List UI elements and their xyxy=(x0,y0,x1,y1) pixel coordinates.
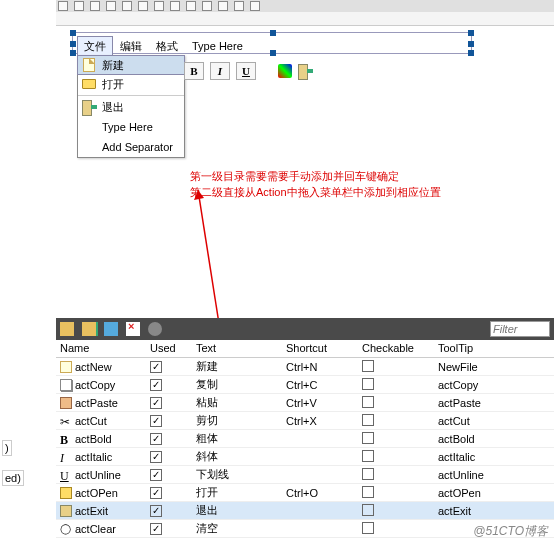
action-tooltip: actExit xyxy=(434,503,554,519)
action-icon xyxy=(60,379,72,391)
action-shortcut: Ctrl+C xyxy=(282,377,358,393)
table-row[interactable]: ✂actCut✓剪切Ctrl+XactCut xyxy=(56,412,554,430)
menu-item-addseparator[interactable]: Add Separator xyxy=(78,137,184,157)
tool-icon[interactable] xyxy=(218,1,228,11)
table-row[interactable]: BactBold✓粗体actBold xyxy=(56,430,554,448)
menu-item-new[interactable]: 新建 xyxy=(77,55,185,75)
table-row[interactable]: IactItalic✓斜体actItalic xyxy=(56,448,554,466)
used-checkbox[interactable]: ✓ xyxy=(150,469,162,481)
menu-typehere[interactable]: Type Here xyxy=(185,37,250,55)
menu-item-exit[interactable]: 退出 xyxy=(78,97,184,117)
used-checkbox[interactable]: ✓ xyxy=(150,505,162,517)
exit-icon xyxy=(82,100,96,114)
tool-icon[interactable] xyxy=(250,1,260,11)
tool-icon[interactable] xyxy=(74,1,84,11)
checkable-checkbox[interactable] xyxy=(362,468,374,480)
used-checkbox[interactable]: ✓ xyxy=(150,397,162,409)
col-checkable[interactable]: Checkable xyxy=(358,340,434,357)
action-icon xyxy=(60,397,72,409)
resize-handle[interactable] xyxy=(270,50,276,56)
checkable-checkbox[interactable] xyxy=(362,378,374,390)
menu-format[interactable]: 格式 xyxy=(149,36,185,57)
action-tooltip: actCut xyxy=(434,413,554,429)
action-name: actUnline xyxy=(75,469,121,481)
col-used[interactable]: Used xyxy=(146,340,192,357)
table-header: Name Used Text Shortcut Checkable ToolTi… xyxy=(56,340,554,358)
menu-item-open[interactable]: 打开 xyxy=(78,74,184,94)
action-name: actPaste xyxy=(75,397,118,409)
tool-icon[interactable] xyxy=(58,1,68,11)
menubar-widget-selection[interactable]: 文件 编辑 格式 Type Here 新建 打开 退出 Type Here Ad… xyxy=(72,32,472,54)
italic-button[interactable]: I xyxy=(210,62,230,80)
used-checkbox[interactable]: ✓ xyxy=(150,451,162,463)
action-text: 粘贴 xyxy=(192,393,282,412)
action-shortcut xyxy=(282,509,358,513)
tool-icon[interactable] xyxy=(202,1,212,11)
checkable-checkbox[interactable] xyxy=(362,360,374,372)
delete-icon[interactable] xyxy=(126,322,140,336)
col-shortcut[interactable]: Shortcut xyxy=(282,340,358,357)
form-designer-canvas[interactable]: 文件 编辑 格式 Type Here 新建 打开 退出 Type Here Ad… xyxy=(70,30,480,310)
table-row[interactable]: actOPen✓打开Ctrl+OactOPen xyxy=(56,484,554,502)
action-text: 退出 xyxy=(192,501,282,520)
used-checkbox[interactable]: ✓ xyxy=(150,415,162,427)
color-picker-icon[interactable] xyxy=(278,64,292,78)
col-text[interactable]: Text xyxy=(192,340,282,357)
col-tooltip[interactable]: ToolTip xyxy=(434,340,554,357)
tool-icon[interactable] xyxy=(170,1,180,11)
checkable-checkbox[interactable] xyxy=(362,432,374,444)
action-tooltip: actCopy xyxy=(434,377,554,393)
resize-handle[interactable] xyxy=(468,41,474,47)
resize-handle[interactable] xyxy=(468,30,474,36)
used-checkbox[interactable]: ✓ xyxy=(150,523,162,535)
underline-button[interactable]: U xyxy=(236,62,256,80)
col-name[interactable]: Name xyxy=(56,340,146,357)
filter-input[interactable] xyxy=(490,321,550,337)
menu-item-typehere[interactable]: Type Here xyxy=(78,117,184,137)
checkable-checkbox[interactable] xyxy=(362,522,374,534)
svg-marker-1 xyxy=(194,190,204,200)
used-checkbox[interactable]: ✓ xyxy=(150,433,162,445)
new-action-icon[interactable] xyxy=(82,322,96,336)
resize-handle[interactable] xyxy=(70,30,76,36)
action-icon: I xyxy=(60,451,72,463)
tool-icon[interactable] xyxy=(154,1,164,11)
menu-file[interactable]: 文件 xyxy=(77,36,113,57)
tool-icon[interactable] xyxy=(234,1,244,11)
folder-icon[interactable] xyxy=(60,322,74,336)
resize-handle[interactable] xyxy=(70,50,76,56)
exit-icon[interactable] xyxy=(298,64,314,78)
checkable-checkbox[interactable] xyxy=(362,450,374,462)
action-icon[interactable] xyxy=(104,322,118,336)
action-name: actItalic xyxy=(75,451,112,463)
checkable-checkbox[interactable] xyxy=(362,486,374,498)
table-row[interactable]: actNew✓新建Ctrl+NNewFile xyxy=(56,358,554,376)
filter-box xyxy=(490,321,550,337)
used-checkbox[interactable]: ✓ xyxy=(150,487,162,499)
tool-icon[interactable] xyxy=(186,1,196,11)
tool-icon[interactable] xyxy=(122,1,132,11)
action-toolbar xyxy=(56,318,554,340)
table-body: actNew✓新建Ctrl+NNewFileactCopy✓复制Ctrl+Cac… xyxy=(56,358,554,538)
used-checkbox[interactable]: ✓ xyxy=(150,379,162,391)
table-row[interactable]: UactUnline✓下划线actUnline xyxy=(56,466,554,484)
resize-handle[interactable] xyxy=(70,41,76,47)
tool-icon[interactable] xyxy=(90,1,100,11)
checkable-checkbox[interactable] xyxy=(362,396,374,408)
table-row[interactable]: actCopy✓复制Ctrl+CactCopy xyxy=(56,376,554,394)
settings-icon[interactable] xyxy=(148,322,162,336)
used-checkbox[interactable]: ✓ xyxy=(150,361,162,373)
action-tooltip: actBold xyxy=(434,431,554,447)
resize-handle[interactable] xyxy=(270,30,276,36)
tool-icon[interactable] xyxy=(138,1,148,11)
table-row[interactable]: actExit✓退出actExit xyxy=(56,502,554,520)
action-shortcut xyxy=(282,437,358,441)
action-name: actClear xyxy=(75,523,116,535)
bold-button[interactable]: B xyxy=(184,62,204,80)
resize-handle[interactable] xyxy=(468,50,474,56)
checkable-checkbox[interactable] xyxy=(362,504,374,516)
table-row[interactable]: actPaste✓粘贴Ctrl+VactPaste xyxy=(56,394,554,412)
menu-edit[interactable]: 编辑 xyxy=(113,36,149,57)
tool-icon[interactable] xyxy=(106,1,116,11)
checkable-checkbox[interactable] xyxy=(362,414,374,426)
